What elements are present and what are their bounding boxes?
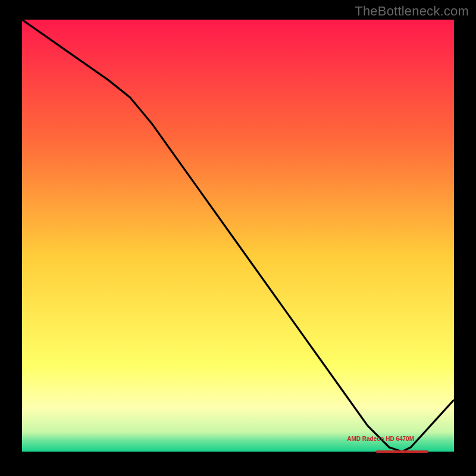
chart-plot-background [22, 20, 454, 452]
watermark-text: TheBottleneck.com [355, 4, 469, 19]
chart-series-label: AMD Radeon HD 6470M [347, 436, 414, 442]
chart-svg: AMD Radeon HD 6470M [0, 0, 476, 476]
